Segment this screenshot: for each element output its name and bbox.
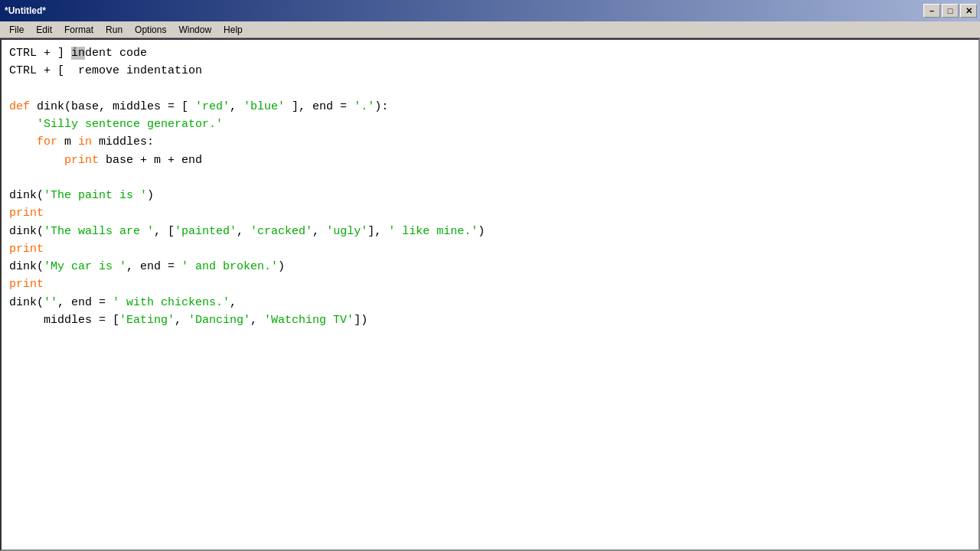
title-bar: *Untitled* – □ ✕ xyxy=(0,0,980,21)
editor[interactable]: CTRL + ] indent code CTRL + [ remove ind… xyxy=(0,38,980,551)
title-bar-buttons[interactable]: – □ ✕ xyxy=(923,4,977,18)
minimize-button[interactable]: – xyxy=(923,4,940,18)
menu-window[interactable]: Window xyxy=(172,23,217,37)
menu-edit[interactable]: Edit xyxy=(30,23,58,37)
menu-bar: File Edit Format Run Options Window Help xyxy=(0,21,980,38)
maximize-button[interactable]: □ xyxy=(942,4,959,18)
menu-file[interactable]: File xyxy=(3,23,30,37)
close-button[interactable]: ✕ xyxy=(960,4,977,18)
window-title: *Untitled* xyxy=(3,5,46,16)
menu-run[interactable]: Run xyxy=(100,23,129,37)
menu-help[interactable]: Help xyxy=(217,23,249,37)
code-content: CTRL + ] indent code CTRL + [ remove ind… xyxy=(9,44,971,329)
menu-options[interactable]: Options xyxy=(129,23,172,37)
menu-format[interactable]: Format xyxy=(58,23,100,37)
